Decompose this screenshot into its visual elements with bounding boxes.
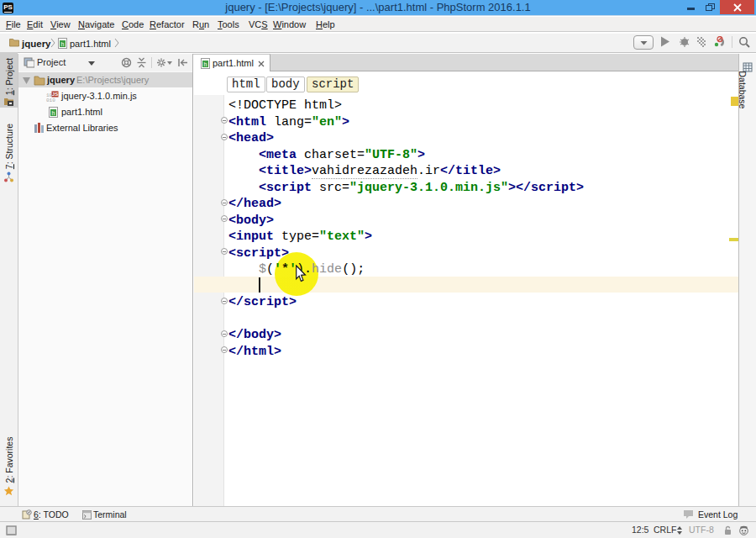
svg-text:h: h	[204, 61, 207, 67]
svg-text:h: h	[52, 110, 55, 116]
svg-text:010: 010	[46, 98, 55, 103]
svg-text:h: h	[61, 41, 65, 47]
svg-text:JS: JS	[52, 92, 58, 97]
